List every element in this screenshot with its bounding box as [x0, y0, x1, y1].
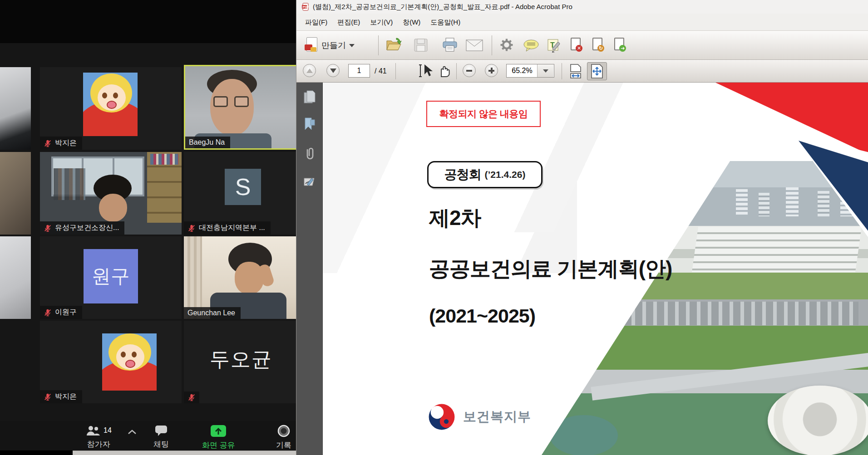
participant-tile-partial[interactable] — [0, 67, 31, 150]
muted-mic-icon — [44, 139, 52, 147]
paperclip-icon — [303, 146, 316, 161]
participant-tile-yuseonggu[interactable]: 유성구보건소장신... — [40, 152, 182, 235]
page-thumbnails-icon — [303, 90, 316, 104]
taskbar-strip[interactable] — [73, 450, 297, 455]
next-page-button[interactable] — [326, 64, 340, 77]
fit-width-icon — [568, 64, 583, 79]
decor-shape — [759, 193, 769, 216]
hand-tool-icon — [437, 64, 452, 78]
decor-shape — [184, 236, 202, 319]
share-screen-label: 화면 공유 — [202, 440, 235, 450]
participant-name: 유성구보건소장신... — [55, 223, 119, 233]
share-screen-button[interactable]: 화면 공유 — [202, 425, 235, 450]
participant-tile-daejeon[interactable]: S 대전충남지역본부 ... — [184, 152, 297, 235]
page-count-label: / 41 — [375, 67, 387, 75]
muted-mic-icon — [44, 224, 52, 232]
previous-page-button[interactable] — [303, 64, 316, 77]
settings-gear-icon — [499, 37, 514, 53]
menu-view[interactable]: 보기(V) — [365, 14, 398, 30]
zoom-dropdown-button[interactable] — [537, 64, 553, 77]
pdf-file-icon: PDF — [301, 3, 310, 11]
participant-name-label: 박지은 — [40, 137, 82, 150]
fit-page-button[interactable] — [587, 62, 607, 80]
signature-icon — [303, 176, 316, 188]
taskbar-dark-strip — [0, 450, 73, 455]
zoom-toolbar: 14 참가자 채팅 화면 공유 — [0, 421, 297, 450]
decor-shape — [786, 187, 799, 216]
participant-name-label: Geunchan Lee — [184, 307, 241, 319]
participant-tile-geunchan-lee[interactable]: Geunchan Lee — [184, 236, 297, 319]
save-icon — [414, 38, 428, 52]
participant-tile-partial[interactable] — [0, 236, 31, 319]
fit-page-icon — [590, 64, 604, 79]
text-edit-button[interactable]: T — [547, 38, 563, 53]
email-button[interactable] — [465, 39, 483, 52]
acrobat-toolbar: 만들기 — [296, 31, 868, 60]
scrolling-mode-button[interactable] — [568, 64, 583, 79]
window-title: (별첨)_제2차_공공보건의료_기본계획(안)_공청회_발표_자료.pdf - … — [313, 3, 572, 11]
bookmarks-panel-button[interactable] — [303, 117, 316, 131]
participant-name-label: 박지은 — [40, 390, 82, 403]
avatar-letter-text: S — [235, 173, 251, 201]
acrobat-window: PDF (별첨)_제2차_공공보건의료_기본계획(안)_공청회_발표_자료.pd… — [296, 0, 868, 455]
menu-window[interactable]: 창(W) — [398, 14, 425, 30]
participant-tile-partial[interactable] — [0, 152, 31, 235]
decor-shape — [692, 227, 862, 272]
select-tool-icon — [418, 64, 434, 78]
delete-pages-button[interactable]: ✕ — [571, 38, 581, 50]
open-file-button[interactable] — [385, 37, 402, 53]
select-tool-button[interactable] — [418, 64, 434, 78]
hearing-label: 공청회 — [444, 166, 481, 183]
ministry-logo: 보건복지부 — [428, 403, 531, 431]
page-up-icon — [303, 64, 316, 77]
participant-tile-duogyun[interactable]: 두오균 — [184, 321, 297, 403]
zoom-out-icon — [463, 64, 476, 77]
page-number-input[interactable] — [348, 64, 370, 78]
pdf-page[interactable]: 확정되지 않은 내용임 공청회 (’21.4.26) 제2차 공공보건의료 기본… — [323, 83, 868, 455]
participant-tile-leewongu[interactable]: 원구 이원구 — [40, 236, 182, 319]
bookmarks-icon — [303, 117, 316, 132]
comment-button[interactable] — [523, 39, 540, 52]
participant-name: BaegJu Na — [189, 138, 225, 147]
zoom-out-button[interactable] — [463, 64, 476, 77]
print-button[interactable] — [442, 37, 458, 53]
participants-button[interactable]: 14 참가자 — [85, 425, 112, 450]
decor-shape — [234, 96, 249, 107]
menu-edit[interactable]: 편집(E) — [332, 14, 365, 30]
participants-icon — [85, 425, 101, 436]
settings-button[interactable] — [499, 37, 514, 53]
menu-file[interactable]: 파일(F) — [300, 14, 332, 30]
pdf-title-line3: (2021~2025) — [429, 305, 535, 327]
decor-shape — [818, 191, 829, 216]
chat-button[interactable]: 채팅 — [153, 425, 169, 450]
muted-mic-icon — [44, 393, 52, 401]
zoom-top-area — [0, 0, 297, 43]
decor-shape — [736, 189, 748, 215]
participant-tile-baegju-na[interactable]: BaegJu Na — [184, 65, 297, 150]
export-pdf-button[interactable]: ➜ — [614, 38, 624, 50]
participant-tile-parkjieun-2[interactable]: 박지은 — [40, 321, 182, 403]
hearing-date: (’21.4.26) — [485, 169, 526, 180]
participants-chevron-up-icon[interactable] — [127, 429, 137, 435]
zoom-level-control[interactable] — [506, 64, 554, 78]
screen: 박지은 BaegJu Na — [0, 0, 868, 455]
open-folder-icon — [385, 37, 402, 53]
record-button[interactable]: 기록 — [276, 425, 291, 450]
signatures-panel-button[interactable] — [303, 176, 316, 189]
attachments-panel-button[interactable] — [303, 146, 316, 160]
acrobat-titlebar[interactable]: PDF (별첨)_제2차_공공보건의료_기본계획(안)_공청회_발표_자료.pd… — [296, 0, 868, 14]
menu-help[interactable]: 도움말(H) — [425, 14, 465, 30]
export-pdf-icon: ➜ — [614, 38, 624, 50]
organize-pages-button[interactable]: ↻ — [592, 38, 602, 50]
zoom-in-button[interactable] — [485, 64, 498, 77]
create-pdf-button[interactable]: 만들기 — [305, 36, 355, 54]
save-button[interactable] — [414, 38, 428, 52]
organize-pages-icon: ↻ — [592, 38, 602, 50]
avatar-anime — [102, 333, 157, 391]
hand-tool-button[interactable] — [437, 64, 452, 78]
zoom-dropdown-caret-icon — [543, 69, 548, 73]
page-thumbnails-panel-button[interactable] — [303, 90, 316, 103]
pdf-title-line2: 공공보건의료 기본계획(안) — [429, 255, 672, 283]
zoom-level-input[interactable] — [507, 65, 537, 77]
participant-tile-parkjieun-1[interactable]: 박지은 — [40, 67, 182, 150]
